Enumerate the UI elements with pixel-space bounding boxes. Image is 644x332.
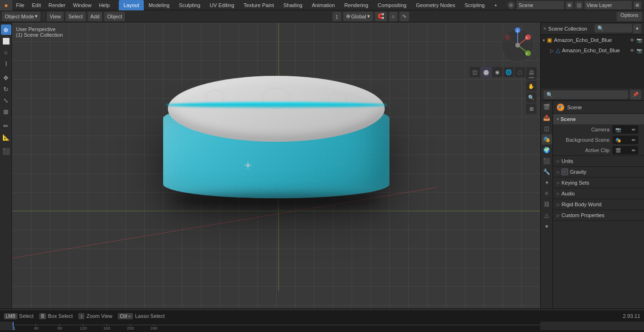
gravity-checkbox[interactable]: ✓ [561,169,568,175]
bg-scene-picker-icon[interactable]: ✏ [632,138,636,143]
curve-tool[interactable]: ∿ [399,12,409,21]
tab-add[interactable]: + [489,0,502,10]
prop-tab-physics[interactable]: ⚛ [542,188,552,199]
audio-header[interactable]: ▷ Audio [553,188,644,199]
select-lasso-tool[interactable]: ⌇ [1,58,11,69]
object-mode-dropdown[interactable]: Object Mode ▾ [2,12,41,21]
tab-texture-paint[interactable]: Texture Paint [239,0,279,10]
gravity-section-header[interactable]: ▷ ✓ Gravity [553,167,644,177]
units-section-header[interactable]: ▷ Units [553,156,644,166]
select-label: Select [19,313,34,319]
active-clip-picker-icon[interactable]: ✏ [632,148,636,153]
prop-tab-particles[interactable]: ✦ [542,178,552,188]
tab-compositing[interactable]: Compositing [373,0,411,10]
move-tool[interactable]: ✥ [1,73,11,83]
prop-tab-view-layer[interactable]: ◫ [542,123,552,134]
custom-props-header[interactable]: ▷ Custom Properties [553,210,644,220]
cursor-tool[interactable]: ⊕ [1,24,11,35]
prop-tab-constraints[interactable]: ⛓ [542,199,552,210]
viewport-hand-btn[interactable]: ✋ [526,81,537,91]
wireframe-btn[interactable]: ◫ [470,67,480,77]
viewport-toggle-btn[interactable]: ⊞ [526,104,537,114]
menu-file[interactable]: File [12,0,28,10]
scene-section: ▾ Scene Camera 📷 ✏ [553,114,644,156]
tab-shading[interactable]: Shading [279,0,307,10]
scene-input[interactable] [517,1,564,9]
tab-scripting[interactable]: Scripting [460,0,489,10]
timeline-ruler[interactable]: 1 40 80 120 160 200 240 [0,321,644,330]
version-display: 2.93.11 [623,313,640,319]
custom-props-section: ▷ Custom Properties [553,210,644,221]
proportional-edit[interactable]: ○ [389,12,398,21]
solid-btn[interactable]: ⬤ [481,67,491,77]
render-btn[interactable]: 🌐 [504,67,514,77]
tab-sculpting[interactable]: Sculpting [174,0,205,10]
rigid-body-header[interactable]: ▷ Rigid Body World [553,199,644,210]
viewport-zoom-btn[interactable]: 🔍 [526,92,537,103]
object-menu[interactable]: Object [104,12,125,21]
camera-value[interactable]: 📷 ✏ [612,125,638,134]
prop-tab-material[interactable]: ● [542,221,552,231]
mesh-row[interactable]: ▷ △ Amazon_Echo_Dot_Blue 👁 📷 [541,45,644,56]
scale-tool[interactable]: ⤡ [1,95,11,105]
prop-tab-object[interactable]: ⬛ [542,156,552,166]
select-menu[interactable]: Select [66,12,86,21]
active-clip-row: Active Clip 🎬 ✏ [553,145,644,155]
camera-picker-icon[interactable]: ✏ [632,127,636,132]
outliner-section: ≡ Scene Collection ▾ ▾ ▣ Amazon_Echo_Dot… [541,23,644,89]
options-button[interactable]: Options [617,12,642,21]
timeline-ruler-area[interactable]: 1 40 80 120 160 200 240 [12,321,540,331]
view-menu[interactable]: View [47,12,64,21]
tab-geometry-nodes[interactable]: Geometry Nodes [411,0,460,10]
menu-edit[interactable]: Edit [28,0,45,10]
add-menu[interactable]: Add [88,12,103,21]
prop-tab-world[interactable]: 🌍 [542,145,552,155]
tab-animation[interactable]: Animation [307,0,339,10]
transform-tool[interactable]: ⊞ [1,106,11,117]
properties-search[interactable] [544,90,628,99]
units-arrow: ▷ [557,159,560,163]
annotate-tool[interactable]: ✏ [1,121,11,131]
navigation-gizmo[interactable]: X Y Z [499,26,537,64]
transform-btn[interactable]: ↕ [332,12,341,21]
prop-tab-render[interactable]: 🎬 [542,102,552,112]
view-layer-input[interactable] [585,1,632,9]
select-box-tool[interactable]: ⬜ [1,36,11,46]
measure-tool[interactable]: 📐 [1,132,11,142]
properties-header: 📌 [541,89,644,101]
outliner-search[interactable] [594,24,632,32]
rotate-tool[interactable]: ↻ [1,84,11,94]
scene-section-header[interactable]: ▾ Scene [553,114,644,124]
material-btn[interactable]: ◉ [492,67,503,77]
viewport-3d[interactable]: User Perspective (1) Scene Collection [12,23,540,308]
collection-row[interactable]: ▾ ▣ Amazon_Echo_Dot_Blue 👁 📷 [541,35,644,45]
menu-render[interactable]: Render [45,0,69,10]
prop-tab-scene[interactable]: 🎭 [542,134,552,145]
overlay-btn[interactable]: ◌ [515,67,525,77]
active-clip-value[interactable]: 🎬 ✏ [612,146,638,154]
bg-scene-value[interactable]: 🎭 ✏ [612,136,638,144]
add-cube-tool[interactable]: ⬛ [1,146,11,156]
select-circle-tool[interactable]: ○ [1,47,11,57]
gravity-arrow: ▷ [557,170,560,174]
keying-sets-header[interactable]: ▷ Keying Sets [553,178,644,188]
collection-view-icon[interactable]: 👁 [630,38,635,43]
tab-rendering[interactable]: Rendering [339,0,373,10]
properties-pin-btn[interactable]: 📌 [630,90,641,99]
mesh-view-icon[interactable]: 👁 [630,48,635,53]
prop-tab-modifier[interactable]: 🔧 [542,167,552,177]
transform-orient[interactable]: ⊕ Global ▾ [343,12,373,21]
left-toolbar: ⊕ ⬜ ○ ⌇ ✥ ↻ ⤡ ⊞ ✏ 📐 ⬛ [0,23,12,308]
tab-layout[interactable]: Layout [119,0,144,10]
collection-render-icon[interactable]: 📷 [636,38,642,43]
outliner-filter-btn[interactable]: ▾ [633,24,641,33]
menu-window[interactable]: Window [69,0,95,10]
tab-uv-editing[interactable]: UV Editing [205,0,239,10]
xray-btn[interactable]: ⊡ [526,67,537,77]
mesh-render-icon[interactable]: 📷 [636,48,642,53]
tab-modeling[interactable]: Modeling [144,0,174,10]
menu-help[interactable]: Help [95,0,114,10]
prop-tab-output[interactable]: 📤 [542,113,552,123]
snap-toggle[interactable]: 🧲 [375,12,387,21]
prop-tab-data[interactable]: △ [542,210,552,220]
